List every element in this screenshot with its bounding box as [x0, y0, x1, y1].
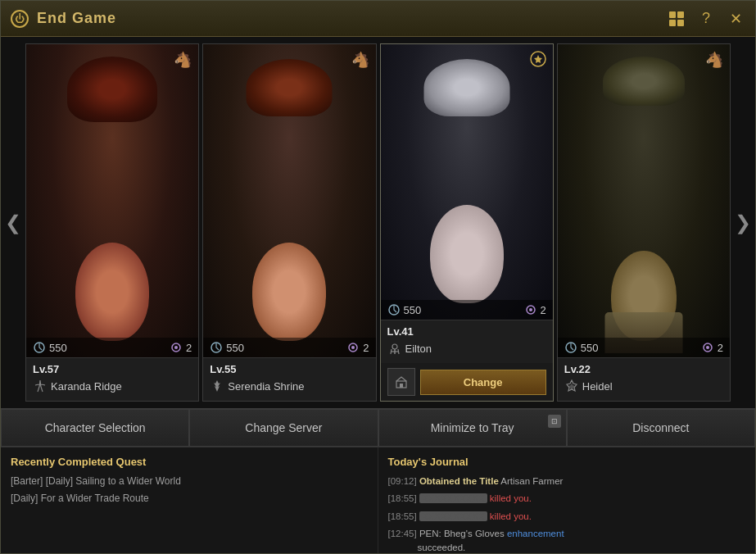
hair-2 — [247, 59, 333, 116]
change-button[interactable]: Change — [420, 370, 546, 395]
title-bar: ⏻ End Game ? ✕ — [1, 1, 755, 37]
char-location-4: Heidel — [564, 379, 723, 393]
minimize-tray-button[interactable]: Minimize to Tray ⊡ — [378, 409, 567, 447]
location-icon-1 — [33, 379, 48, 393]
contribution-icon-4 — [701, 341, 714, 354]
energy-icon-2 — [210, 341, 223, 354]
energy-stat-1: 550 — [33, 341, 67, 354]
help-button[interactable]: ? — [696, 9, 716, 29]
quest-panel-title: Recently Completed Quest — [11, 456, 368, 468]
hair-1 — [67, 57, 157, 122]
journal-time-3: [18:55] — [388, 511, 417, 521]
character-card-1[interactable]: 🐴 550 — [25, 43, 199, 402]
char-name-2: Serendia Shrine — [228, 380, 304, 393]
character-card-4[interactable]: 🐴 550 — [557, 43, 731, 402]
location-icon-4 — [564, 379, 579, 393]
card-stats-3: 550 2 — [381, 300, 553, 320]
quest-item-1: [Barter] [Daily] Sailing to a Wider Worl… — [11, 475, 368, 488]
grid-button[interactable] — [667, 9, 686, 29]
svg-point-19 — [706, 346, 709, 349]
camp-button[interactable] — [387, 368, 415, 396]
card-stats-4: 550 2 — [558, 338, 730, 357]
char-location-1: Karanda Ridge — [33, 379, 192, 393]
face-oval-1 — [75, 243, 149, 341]
window-title: End Game — [37, 10, 116, 27]
bottom-buttons: Character Selection Change Server Minimi… — [1, 408, 755, 447]
minimize-tray-label: Minimize to Tray — [431, 421, 514, 434]
journal-panel: Today's Journal [09:12] Obtained the Tit… — [378, 447, 756, 553]
card-portrait-4: 🐴 550 — [558, 44, 730, 357]
card-portrait-2: 🐴 550 — [203, 44, 375, 357]
change-server-button[interactable]: Change Server — [189, 409, 378, 447]
char-face-2 — [203, 44, 375, 357]
contribution-stat-4: 2 — [701, 341, 723, 354]
char-face-4 — [558, 44, 730, 357]
quest-panel: Recently Completed Quest [Barter] [Daily… — [1, 447, 378, 553]
contribution-value-2: 2 — [363, 342, 369, 354]
char-name-4: Heidel — [582, 380, 613, 393]
energy-stat-2: 550 — [210, 341, 244, 354]
face-oval-3 — [430, 205, 504, 303]
energy-value-3: 550 — [404, 304, 422, 316]
char-level-3: Lv.41 — [387, 325, 546, 338]
journal-pen-4: PEN: Bheg's Gloves — [419, 529, 507, 538]
energy-value-1: 550 — [49, 342, 67, 354]
card-stats-2: 550 2 — [203, 338, 375, 357]
character-card-3[interactable]: 550 2 Lv.41 — [380, 43, 554, 402]
energy-icon-3 — [387, 303, 401, 316]
next-arrow[interactable]: ❯ — [731, 37, 755, 408]
contribution-icon-2 — [346, 341, 360, 354]
journal-time-2: [18:55] — [388, 493, 417, 503]
journal-entry-4: [12:45] PEN: Bheg's Gloves enhancement s… — [388, 527, 746, 553]
character-cards-container: 🐴 550 — [25, 37, 731, 408]
svg-point-10 — [392, 344, 397, 349]
energy-icon-4 — [564, 341, 577, 354]
journal-text-1: Artisan Farmer — [500, 476, 563, 486]
journal-panel-title: Today's Journal — [388, 456, 746, 468]
contribution-stat-3: 2 — [524, 303, 546, 316]
journal-censored-3: XXXXXXXXXX — [419, 511, 487, 521]
card-stats-1: 550 2 — [26, 338, 198, 357]
character-card-2[interactable]: 🐴 550 — [202, 43, 376, 402]
journal-time-1: [09:12] — [388, 476, 417, 486]
minimize-tray-icon: ⊡ — [548, 415, 561, 428]
char-level-4: Lv.22 — [564, 363, 723, 375]
face-oval-2 — [252, 243, 326, 341]
character-selection-button[interactable]: Character Selection — [1, 409, 189, 447]
energy-value-2: 550 — [226, 342, 244, 354]
svg-point-9 — [529, 308, 532, 311]
contribution-value-4: 2 — [718, 342, 723, 354]
char-name-1: Karanda Ridge — [51, 380, 122, 393]
cards-area: ❮ 🐴 — [1, 37, 755, 408]
location-icon-2 — [210, 379, 224, 393]
card-info-3: Lv.41 Eilton — [381, 320, 553, 363]
title-bar-left: ⏻ End Game — [11, 10, 667, 28]
svg-point-2 — [174, 346, 178, 349]
card-info-2: Lv.55 Serendia Shrine — [203, 357, 375, 401]
card-portrait-1: 🐴 550 — [26, 44, 198, 357]
svg-line-13 — [398, 349, 399, 354]
char-name-3: Eilton — [405, 343, 432, 355]
svg-point-5 — [351, 346, 355, 349]
grid-icon — [669, 11, 684, 26]
info-panels: Recently Completed Quest [Barter] [Daily… — [1, 447, 755, 553]
journal-killed-2: killed you. — [490, 493, 532, 503]
hair-3 — [423, 59, 509, 116]
location-icon-3 — [387, 341, 402, 356]
char-location-2: Serendia Shrine — [210, 379, 369, 393]
card-info-1: Lv.57 Karanda Ridge — [26, 357, 198, 401]
contribution-icon-1 — [170, 341, 183, 354]
card-info-4: Lv.22 Heidel — [558, 357, 730, 401]
close-button[interactable]: ✕ — [726, 9, 745, 29]
disconnect-button[interactable]: Disconnect — [567, 409, 755, 447]
char-face-1 — [26, 44, 198, 357]
svg-rect-16 — [400, 384, 403, 388]
char-level-2: Lv.55 — [210, 363, 369, 375]
hair-4 — [603, 57, 685, 106]
power-icon[interactable]: ⏻ — [11, 10, 29, 28]
prev-arrow[interactable]: ❮ — [1, 37, 25, 408]
quest-item-2: [Daily] For a Wider Trade Route — [11, 492, 368, 506]
svg-line-12 — [391, 349, 392, 354]
contribution-stat-1: 2 — [170, 341, 192, 354]
energy-icon-1 — [33, 341, 46, 354]
